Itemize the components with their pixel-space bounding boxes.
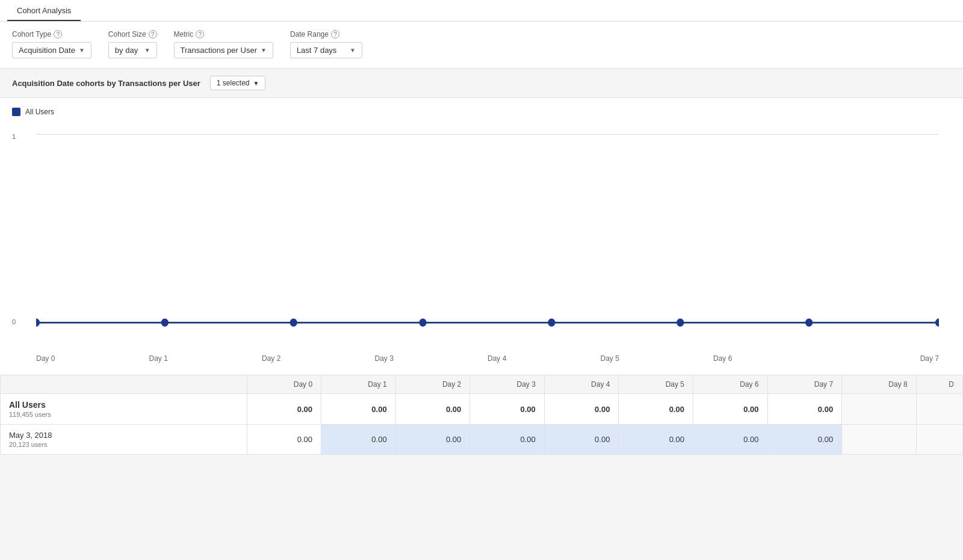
cohort-size-dropdown[interactable]: by day ▼: [108, 42, 157, 58]
chart-header: Acquisition Date cohorts by Transactions…: [0, 69, 963, 98]
cohort-size-arrow-icon: ▼: [144, 47, 150, 54]
date-range-label-text: Date Range: [290, 30, 329, 38]
cohort-type-label: Cohort Type ?: [12, 30, 91, 38]
metric-help-icon[interactable]: ?: [196, 30, 204, 38]
date-range-arrow-icon: ▼: [350, 47, 356, 54]
table-row-may3: May 3, 2018 20,123 users 0.00 0.00 0.00 …: [1, 425, 963, 455]
date-range-control: Date Range ? Last 7 days ▼: [290, 30, 362, 58]
metric-dropdown[interactable]: Transactions per User ▼: [174, 42, 273, 58]
table-header-day8: Day 8: [842, 375, 917, 394]
tab-cohort-analysis[interactable]: Cohort Analysis: [7, 0, 81, 21]
selected-button[interactable]: 1 selected ▼: [210, 76, 266, 90]
table-cell-all-day2: 0.00: [395, 394, 470, 425]
legend-color-swatch: [12, 108, 20, 116]
metric-label: Metric ?: [174, 30, 273, 38]
table-header-day0: Day 0: [247, 375, 321, 394]
table-header-day7: Day 7: [767, 375, 842, 394]
table-header-day1: Day 1: [321, 375, 396, 394]
table-cell-may3-day1: 0.00: [321, 425, 396, 455]
chart-legend: All Users: [0, 98, 963, 121]
table-header-day6: Day 6: [693, 375, 767, 394]
y-axis-top-label: 1: [12, 133, 16, 140]
table-cell-label-may3: May 3, 2018 20,123 users: [1, 425, 247, 455]
chart-point-6: [805, 319, 813, 327]
table-row-all-users: All Users 119,455 users 0.00 0.00 0.00 0…: [1, 394, 963, 425]
date-range-help-icon[interactable]: ?: [331, 30, 339, 38]
table-cell-may3-day7: 0.00: [767, 425, 842, 455]
cohort-type-arrow-icon: ▼: [79, 47, 85, 54]
cohort-size-label-text: Cohort Size: [108, 30, 146, 38]
table-cell-all-day4: 0.00: [544, 394, 619, 425]
cohort-type-help-icon[interactable]: ?: [54, 30, 62, 38]
metric-control: Metric ? Transactions per User ▼: [174, 30, 273, 58]
x-label-day4: Day 4: [488, 354, 601, 363]
table-cell-all-day6: 0.00: [693, 394, 767, 425]
table-cell-label-all-users: All Users 119,455 users: [1, 394, 247, 425]
chart-area: 1 0: [0, 121, 963, 349]
table-cell-may3-dayn: [916, 425, 962, 455]
table-cell-may3-day6: 0.00: [693, 425, 767, 455]
tab-bar: Cohort Analysis: [0, 0, 963, 22]
table-cell-all-day5: 0.00: [619, 394, 693, 425]
chart-point-2: [290, 319, 297, 327]
table-cell-may3-day2: 0.00: [395, 425, 470, 455]
chart-point-4: [548, 319, 555, 327]
cohort-type-label-text: Cohort Type: [12, 30, 51, 38]
x-label-day6: Day 6: [713, 354, 826, 363]
metric-arrow-icon: ▼: [261, 47, 267, 54]
table-header-day5: Day 5: [619, 375, 693, 394]
x-label-day3: Day 3: [375, 354, 488, 363]
legend-label: All Users: [25, 108, 54, 116]
x-axis-labels: Day 0 Day 1 Day 2 Day 3 Day 4 Day 5 Day …: [0, 349, 963, 375]
selected-label: 1 selected: [217, 79, 250, 87]
chart-point-5: [677, 319, 684, 327]
cohort-type-dropdown[interactable]: Acquisition Date ▼: [12, 42, 91, 58]
table-cell-all-dayn: [916, 394, 962, 425]
may3-title: May 3, 2018: [9, 431, 238, 440]
table-cell-all-day7: 0.00: [767, 394, 842, 425]
table-cell-may3-day3: 0.00: [470, 425, 545, 455]
table-cell-all-day3: 0.00: [470, 394, 545, 425]
chart-title: Acquisition Date cohorts by Transactions…: [12, 79, 200, 88]
cohort-size-label: Cohort Size ?: [108, 30, 157, 38]
cohort-size-value: by day: [115, 46, 138, 55]
cohort-type-control: Cohort Type ? Acquisition Date ▼: [12, 30, 91, 58]
all-users-subtitle: 119,455 users: [9, 411, 238, 418]
table-header-dayn: D: [916, 375, 962, 394]
cohort-type-value: Acquisition Date: [19, 46, 75, 55]
selected-arrow-icon: ▼: [253, 80, 259, 87]
table-header-day4: Day 4: [544, 375, 619, 394]
date-range-label: Date Range ?: [290, 30, 362, 38]
table-header-day2: Day 2: [395, 375, 470, 394]
table-header-row: Day 0 Day 1 Day 2 Day 3 Day 4 Day 5 Day …: [1, 375, 963, 394]
table-cell-may3-day0: 0.00: [247, 425, 321, 455]
chart-point-7: [935, 319, 939, 327]
chart-point-0: [36, 319, 40, 327]
table-cell-all-day0: 0.00: [247, 394, 321, 425]
chart-point-3: [419, 319, 426, 327]
x-label-day1: Day 1: [149, 354, 262, 363]
date-range-dropdown[interactable]: Last 7 days ▼: [290, 42, 362, 58]
chart-point-1: [161, 319, 169, 327]
metric-label-text: Metric: [174, 30, 194, 38]
cohort-size-help-icon[interactable]: ?: [149, 30, 157, 38]
x-label-day2: Day 2: [262, 354, 375, 363]
x-label-day0: Day 0: [36, 354, 149, 363]
may3-subtitle: 20,123 users: [9, 441, 238, 448]
table-cell-all-day1: 0.00: [321, 394, 396, 425]
table-header-day3: Day 3: [470, 375, 545, 394]
x-label-day5: Day 5: [601, 354, 714, 363]
y-axis-bottom-label: 0: [12, 318, 16, 325]
table-header-label: [1, 375, 247, 394]
table-cell-may3-day8: [842, 425, 917, 455]
x-label-day7: Day 7: [826, 354, 940, 363]
data-table: Day 0 Day 1 Day 2 Day 3 Day 4 Day 5 Day …: [0, 375, 963, 455]
table-cell-all-day8: [842, 394, 917, 425]
chart-section: Acquisition Date cohorts by Transactions…: [0, 69, 963, 375]
metric-value: Transactions per User: [181, 46, 257, 55]
data-table-container: Day 0 Day 1 Day 2 Day 3 Day 4 Day 5 Day …: [0, 375, 963, 455]
chart-svg: [36, 121, 939, 349]
date-range-value: Last 7 days: [297, 46, 337, 55]
cohort-size-control: Cohort Size ? by day ▼: [108, 30, 157, 58]
controls-bar: Cohort Type ? Acquisition Date ▼ Cohort …: [0, 22, 963, 69]
